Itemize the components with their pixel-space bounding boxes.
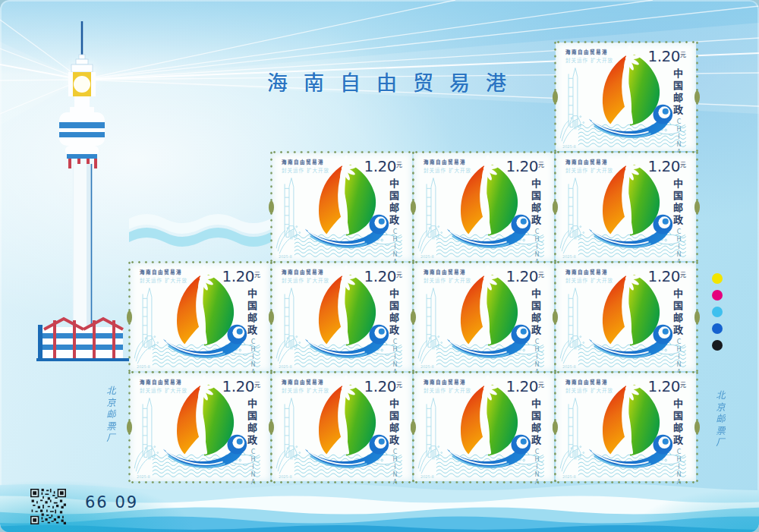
sheet-serial: 66 09 bbox=[85, 493, 138, 512]
denomination-unit: 元 bbox=[396, 162, 402, 168]
lighthouse-finial bbox=[71, 55, 93, 72]
stamp-issue-code: 2025-8 bbox=[562, 474, 576, 479]
stamp-post-cn: 中国邮政 bbox=[386, 288, 401, 337]
stamp: 海南自由贸易港 封关运作 扩大开放 1.20元 中国邮政 CHINA 2025-… bbox=[555, 372, 697, 482]
stamp: 海南自由贸易港 封关运作 扩大开放 1.20元 中国邮政 CHINA 2025-… bbox=[271, 152, 413, 262]
denomination-value: 1.20 bbox=[505, 157, 538, 175]
stamp-post-en: CHINA bbox=[392, 338, 398, 376]
stamp-title: 海南自由贸易港 bbox=[282, 378, 324, 386]
stamp-denomination: 1.20元 bbox=[222, 377, 260, 395]
stamp-issue-code: 2025-8 bbox=[279, 474, 292, 479]
perforation-slot-left bbox=[269, 310, 274, 323]
sheet-title: 海南自由贸易港 bbox=[267, 67, 522, 96]
color-calibration-dots bbox=[712, 273, 723, 357]
stamp-denomination: 1.20元 bbox=[505, 267, 544, 285]
stamp-denomination: 1.20元 bbox=[364, 267, 402, 285]
stamp-title: 海南自由贸易港 bbox=[424, 158, 466, 165]
stamp-slogan: 封关运作 扩大开放 bbox=[424, 276, 471, 284]
color-calibration-dot bbox=[712, 323, 723, 334]
stamp-sheet: 海南自由贸易港 北京邮票厂 北京邮票厂 66 09 bbox=[0, 0, 759, 532]
stamp-issue-code: 2025-8 bbox=[137, 474, 150, 479]
perforation-slot-left bbox=[411, 200, 416, 213]
stamp: 海南自由贸易港 封关运作 扩大开放 1.20元 中国邮政 CHINA 2025-… bbox=[555, 42, 697, 152]
denomination-value: 1.20 bbox=[647, 157, 680, 175]
stamp-denomination: 1.20元 bbox=[364, 377, 402, 395]
stamp-slogan: 封关运作 扩大开放 bbox=[140, 386, 187, 394]
stamp-post-en: CHINA bbox=[534, 338, 540, 376]
denomination-unit: 元 bbox=[396, 272, 402, 279]
denomination-unit: 元 bbox=[396, 382, 402, 389]
stamp: 海南自由贸易港 封关运作 扩大开放 1.20元 中国邮政 CHINA 2025-… bbox=[555, 262, 697, 372]
qr-code bbox=[30, 489, 66, 524]
stamp-paper: 海南自由贸易港 封关运作 扩大开放 1.20元 中国邮政 CHINA 2025-… bbox=[556, 373, 696, 481]
printer-imprint-right: 北京邮票厂 bbox=[713, 390, 727, 449]
stamp-title: 海南自由贸易港 bbox=[140, 378, 182, 386]
stamp: 海南自由贸易港 封关运作 扩大开放 1.20元 中国邮政 CHINA 2025-… bbox=[129, 372, 271, 482]
denomination-unit: 元 bbox=[680, 162, 686, 168]
stamp-post-en: CHINA bbox=[676, 228, 682, 266]
stamp-slogan: 封关运作 扩大开放 bbox=[282, 386, 329, 394]
perforation-slot-right bbox=[694, 200, 700, 213]
stamp-slogan: 封关运作 扩大开放 bbox=[565, 386, 613, 394]
stamp-slogan: 封关运作 扩大开放 bbox=[565, 276, 613, 284]
perforation-slot-left bbox=[553, 420, 558, 433]
stamp-sheet-photo: 海南自由贸易港 北京邮票厂 北京邮票厂 66 09 bbox=[0, 0, 759, 532]
stamp-paper: 海南自由贸易港 封关运作 扩大开放 1.20元 中国邮政 CHINA 2025-… bbox=[130, 263, 270, 371]
stamp: 海南自由贸易港 封关运作 扩大开放 1.20元 中国邮政 CHINA 2025-… bbox=[271, 262, 413, 372]
stamp-paper: 海南自由贸易港 封关运作 扩大开放 1.20元 中国邮政 CHINA 2025-… bbox=[272, 373, 412, 481]
stamp-post-cn: 中国邮政 bbox=[670, 68, 685, 117]
stamp-paper: 海南自由贸易港 封关运作 扩大开放 1.20元 中国邮政 CHINA 2025-… bbox=[130, 373, 270, 481]
perforation-slot-left bbox=[553, 310, 558, 323]
stamp-post-en: CHINA bbox=[392, 228, 398, 266]
denomination-value: 1.20 bbox=[647, 377, 680, 395]
stamp-issue-code: 2025-8 bbox=[137, 364, 150, 369]
stamp-issue-code: 2025-8 bbox=[420, 474, 434, 479]
lighthouse-deck bbox=[59, 96, 105, 168]
denomination-value: 1.20 bbox=[647, 47, 680, 65]
denomination-value: 1.20 bbox=[222, 267, 254, 285]
denomination-unit: 元 bbox=[538, 162, 544, 168]
perforation-slot-left bbox=[269, 420, 274, 433]
stamp-denomination: 1.20元 bbox=[647, 47, 686, 65]
stamp-post-cn: 中国邮政 bbox=[528, 398, 543, 447]
stamp-paper: 海南自由贸易港 封关运作 扩大开放 1.20元 中国邮政 CHINA 2025-… bbox=[414, 373, 554, 481]
color-calibration-dot bbox=[712, 340, 723, 351]
denomination-unit: 元 bbox=[254, 382, 260, 389]
lighthouse-graphic bbox=[23, 12, 137, 361]
stamp-title: 海南自由贸易港 bbox=[282, 268, 324, 275]
denomination-unit: 元 bbox=[680, 52, 686, 58]
stamp-paper: 海南自由贸易港 封关运作 扩大开放 1.20元 中国邮政 CHINA 2025-… bbox=[556, 153, 696, 261]
stamp-post-cn: 中国邮政 bbox=[244, 398, 259, 447]
perforation-slot-right bbox=[694, 90, 700, 103]
stamp: 海南自由贸易港 封关运作 扩大开放 1.20元 中国邮政 CHINA 2025-… bbox=[413, 372, 555, 482]
stamp-denomination: 1.20元 bbox=[647, 267, 686, 285]
stamp-issue-code: 2025-8 bbox=[562, 364, 576, 369]
stamp-title: 海南自由贸易港 bbox=[565, 158, 608, 165]
denomination-value: 1.20 bbox=[222, 377, 254, 395]
stamp-paper: 海南自由贸易港 封关运作 扩大开放 1.20元 中国邮政 CHINA 2025-… bbox=[556, 263, 696, 371]
stamp-title: 海南自由贸易港 bbox=[424, 378, 466, 386]
color-calibration-dot bbox=[712, 307, 723, 317]
stamp-issue-code: 2025-8 bbox=[562, 254, 576, 259]
denomination-unit: 元 bbox=[680, 272, 686, 279]
denomination-unit: 元 bbox=[254, 272, 260, 279]
denomination-unit: 元 bbox=[680, 382, 686, 389]
stamp-slogan: 封关运作 扩大开放 bbox=[282, 276, 329, 284]
stamp-issue-code: 2025-8 bbox=[562, 144, 576, 149]
denomination-value: 1.20 bbox=[364, 157, 396, 175]
perforation-slot-left bbox=[127, 310, 132, 323]
stamp-slogan: 封关运作 扩大开放 bbox=[565, 166, 613, 174]
color-calibration-dot bbox=[712, 273, 723, 284]
stamp-title: 海南自由贸易港 bbox=[565, 378, 608, 386]
perforation-slot-left bbox=[269, 200, 274, 213]
stamp-issue-code: 2025-8 bbox=[279, 364, 292, 369]
stamp-denomination: 1.20元 bbox=[505, 377, 544, 395]
denomination-unit: 元 bbox=[538, 382, 544, 389]
stamp-issue-code: 2025-8 bbox=[420, 364, 434, 369]
stamp-post-cn: 中国邮政 bbox=[528, 178, 543, 227]
stamp-post-cn: 中国邮政 bbox=[670, 398, 685, 447]
stamp-title: 海南自由贸易港 bbox=[140, 268, 182, 275]
stamp-slogan: 封关运作 扩大开放 bbox=[565, 56, 613, 64]
perforation-slot-right bbox=[694, 420, 700, 433]
denomination-value: 1.20 bbox=[364, 267, 396, 285]
